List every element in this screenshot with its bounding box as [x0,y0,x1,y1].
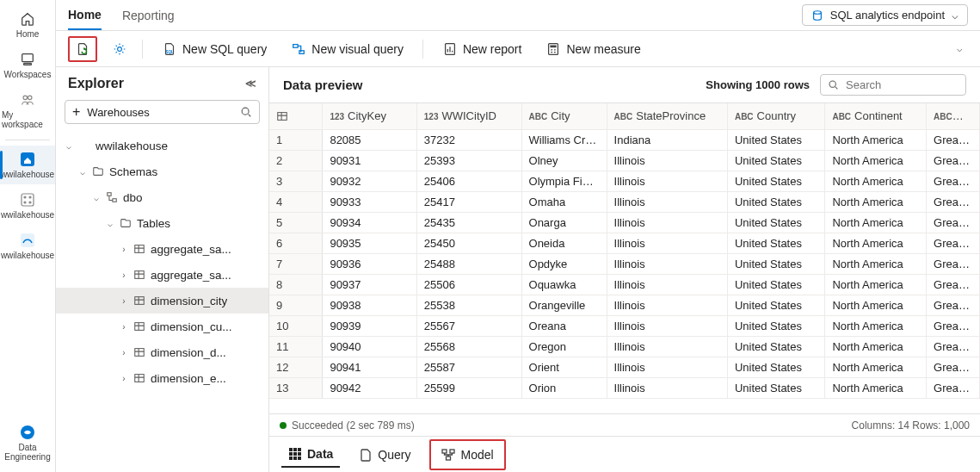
query-icon [359,448,373,462]
search-input[interactable] [844,78,980,92]
table-row[interactable]: 49093325417OmahaIllinoisUnited StatesNor… [269,191,980,212]
cell: 25568 [416,336,521,357]
model-tab-highlight: Model [429,439,505,470]
cell: 25599 [416,377,521,398]
tree-table-3[interactable]: ›dimension_cu... [56,314,268,339]
table-row[interactable]: 109093925567OreanaIllinoisUnited StatesN… [269,315,980,336]
refresh-button[interactable] [73,40,92,59]
warehouses-filter[interactable]: + Warehouses [65,100,260,124]
col-header-Continent[interactable]: ABCContinent [825,103,927,129]
tree-schemas[interactable]: ⌵Schemas [56,158,268,184]
endpoint-dropdown[interactable]: SQL analytics endpoint ⌵ [802,4,968,26]
col-header-CityKey[interactable]: 123CityKey [323,103,416,129]
col-header-Sale[interactable]: ABCSale [927,103,980,129]
tree-label: dimension_e... [151,372,226,385]
rail-data-engineering[interactable]: Data Engineering [0,419,55,467]
gear-icon [113,42,126,56]
cell: United States [727,295,825,315]
svg-rect-42 [447,456,451,460]
rail-myws-label: My workspace [2,110,53,129]
cell: North America [825,212,927,233]
tree-label: dimension_d... [151,346,226,359]
node-icon [90,165,106,177]
rail-workspaces[interactable]: Workspaces [0,46,55,84]
tree-table-1[interactable]: ›aggregate_sa... [56,262,268,288]
new-sql-query-button[interactable]: SQL New SQL query [157,38,272,60]
bottom-tab-model[interactable]: Model [435,443,500,467]
svg-rect-16 [299,50,304,53]
bottom-tab-data[interactable]: Data [281,442,340,468]
data-grid-scroll[interactable]: 123CityKey123WWICityIDABCCityABCStatePro… [269,103,980,413]
tree-tables[interactable]: ⌵Tables [56,210,268,236]
cell: United States [727,274,825,295]
tree-label: Schemas [109,165,157,178]
table-row[interactable]: 18208537232Williams CreekIndianaUnited S… [269,129,980,150]
col-header-rownum[interactable] [269,103,323,129]
bottom-tab-query[interactable]: Query [352,443,417,467]
table-row[interactable]: 89093725506OquawkaIllinoisUnited StatesN… [269,274,980,295]
col-name: Continent [854,109,903,122]
table-row[interactable]: 29093125393OlneyIllinoisUnited StatesNor… [269,150,980,171]
table-row[interactable]: 39093225406Olympia FieldsIllinoisUnited … [269,171,980,191]
cell: Opdyke [521,253,607,274]
table-row[interactable]: 119094025568OregonIllinoisUnited StatesN… [269,336,980,357]
rail-lakehouse-1[interactable]: wwilakehouse [0,146,55,184]
status-bar: Succeeded (2 sec 789 ms) Columns: 14 Row… [269,413,980,436]
tree-database[interactable]: ⌵wwilakehouse [56,133,268,158]
chevron-icon: › [118,296,130,306]
tree-table-4[interactable]: ›dimension_d... [56,339,268,365]
warehouses-label: Warehouses [87,106,150,119]
cell: Great La [927,129,980,150]
table-row[interactable]: 69093525450OneidaIllinoisUnited StatesNo… [269,233,980,253]
rail-home[interactable]: Home [0,5,55,44]
tree-table-5[interactable]: ›dimension_e... [56,365,268,391]
table-row[interactable]: 139094225599OrionIllinoisUnited StatesNo… [269,377,980,398]
table-row[interactable]: 99093825538OrangevilleIllinoisUnited Sta… [269,295,980,315]
svg-rect-24 [135,271,145,279]
new-visual-query-button[interactable]: New visual query [286,38,409,60]
cell: North America [825,171,927,191]
new-report-button[interactable]: New report [437,38,527,60]
endpoint-dropdown-label: SQL analytics endpoint [830,9,945,22]
rail-lakehouse-3[interactable]: wwilakehouse [0,227,55,265]
tree-schema-dbo[interactable]: ⌵dbo [56,184,268,210]
tree-table-0[interactable]: ›aggregate_sa... [56,236,268,262]
rail-my-workspace[interactable]: My workspace [0,86,55,134]
cell: Oquawka [521,274,607,295]
visual-query-icon [291,41,306,57]
svg-rect-38 [293,456,297,460]
col-header-StateProvince[interactable]: ABCStateProvince [607,103,727,129]
settings-button[interactable] [111,40,128,58]
row-number: 9 [269,295,323,315]
cell: 25435 [416,212,521,233]
col-header-City[interactable]: ABCCity [521,103,607,129]
rail-lakehouse-2[interactable]: wwilakehouse [0,186,55,225]
cell: 82085 [323,129,416,150]
new-measure-button[interactable]: New measure [540,38,645,60]
tree-table-2[interactable]: ›dimension_city [56,288,268,314]
table-row[interactable]: 59093425435OnargaIllinoisUnited StatesNo… [269,212,980,233]
chevron-icon: ⌵ [63,141,75,151]
cell: 37232 [416,129,521,150]
tab-reporting[interactable]: Reporting [122,2,175,29]
col-header-Country[interactable]: ABCCountry [727,103,825,129]
data-engineering-icon [19,424,36,441]
tree-label: dimension_city [151,295,227,307]
svg-rect-22 [113,199,116,202]
endpoint-icon [19,191,36,208]
cell: United States [727,336,825,357]
col-type-badge: ABC [614,112,633,121]
search-icon[interactable] [240,106,252,118]
measure-icon [545,41,561,57]
preview-search[interactable] [820,74,966,96]
svg-rect-5 [22,194,34,206]
col-header-WWICityID[interactable]: 123WWICityID [416,103,521,129]
tab-home[interactable]: Home [68,1,102,30]
chevron-icon: › [118,322,130,332]
table-row[interactable]: 79093625488OpdykeIllinoisUnited StatesNo… [269,253,980,274]
ribbon-expand-button[interactable]: ⌵ [952,40,968,58]
table-row[interactable]: 129094125587OrientIllinoisUnited StatesN… [269,357,980,377]
cell: Great La [927,253,980,274]
collapse-explorer-button[interactable]: ≪ [245,78,256,90]
svg-rect-1 [24,64,32,65]
